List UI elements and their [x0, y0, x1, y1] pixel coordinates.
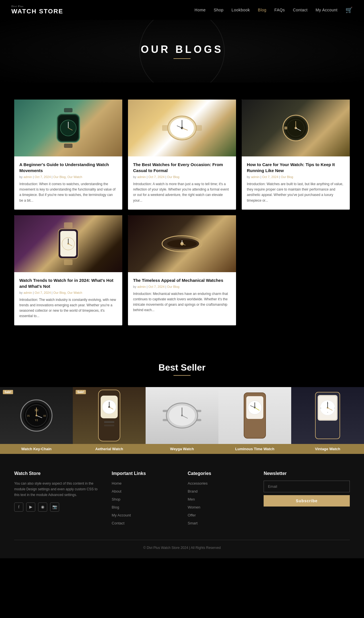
watch-drawing-2	[128, 100, 236, 156]
blog-card-4-body: Watch Trends to Watch for in 2024: What'…	[14, 272, 122, 325]
watch-drawing-3	[242, 100, 350, 156]
footer-cat-smart-anchor[interactable]: Smart	[188, 521, 198, 525]
footer-cat-brand[interactable]: Brand	[188, 489, 252, 494]
newsletter-subscribe-button[interactable]: Subscribe	[264, 495, 350, 507]
footer-cat-offer-anchor[interactable]: Offer	[188, 513, 196, 517]
nav-link-lookbook[interactable]: Lookbook	[231, 8, 250, 12]
footer-link-myaccount[interactable]: My Account	[112, 512, 176, 518]
watch-svg-3	[279, 111, 313, 145]
blog-card-3-body: How to Care for Your Watch: Tips to Keep…	[242, 156, 350, 210]
nav-link-shop[interactable]: Shop	[214, 8, 224, 12]
nav-item-lookbook[interactable]: Lookbook	[231, 7, 250, 13]
footer-link-contact-anchor[interactable]: Contact	[112, 521, 125, 525]
blog-card-2[interactable]: The Best Watches for Every Occasion: Fro…	[128, 100, 236, 210]
watch-drawing-5	[128, 215, 236, 272]
footer-newsletter-title: Newsletter	[264, 471, 350, 476]
footer-cat-offer[interactable]: Offer	[188, 512, 252, 518]
svg-rect-1	[64, 144, 73, 148]
newsletter-email-input[interactable]	[264, 481, 350, 492]
bestseller-label-5: Vintage Watch	[291, 444, 364, 454]
nav-menu: Home Shop Lookbook Blog FAQs Contact My …	[195, 7, 353, 13]
footer-link-contact[interactable]: Contact	[112, 520, 176, 526]
logo-prefix: Divi Plus	[11, 5, 63, 8]
bestseller-title: Best Seller	[0, 362, 364, 373]
cart-button[interactable]: 🛒	[346, 7, 353, 13]
blog-card-1-body: A Beginner's Guide to Understanding Watc…	[14, 156, 122, 210]
footer-links-col: Important Links Home About Shop Blog My …	[112, 471, 176, 528]
svg-rect-52	[104, 421, 114, 423]
social-whatsapp-icon[interactable]: ◉	[38, 503, 47, 512]
logo-text: WATCH STORE	[11, 8, 63, 15]
footer-cat-men-anchor[interactable]: Men	[188, 497, 195, 501]
footer-cat-accessories[interactable]: Accessories	[188, 481, 252, 486]
footer-link-blog-anchor[interactable]: Blog	[112, 505, 119, 509]
bestseller-grid: Sale! XII VI IX III Watch Key-Chain S	[0, 387, 364, 454]
blog-card-1-title: A Beginner's Guide to Understanding Watc…	[19, 162, 117, 173]
hero-title: OUR BLOGS	[141, 44, 223, 55]
nav-item-blog[interactable]: Blog	[258, 7, 266, 13]
nav-link-myaccount[interactable]: My Account	[316, 8, 338, 12]
footer-cat-brand-anchor[interactable]: Brand	[188, 489, 198, 493]
svg-text:6: 6	[327, 412, 328, 413]
blog-card-5-date: Oct 7, 2024	[148, 285, 165, 288]
watch-svg-5	[158, 232, 206, 255]
footer-link-about[interactable]: About	[112, 489, 176, 494]
blog-card-4[interactable]: Watch Trends to Watch for in 2024: What'…	[14, 215, 122, 325]
bestseller-item-2[interactable]: Sale! Aetherial Watch	[73, 387, 146, 454]
blog-card-5[interactable]: The Timeless Appeal of Mechanical Watche…	[128, 215, 236, 325]
nav-link-blog[interactable]: Blog	[258, 8, 266, 12]
blog-card-1[interactable]: A Beginner's Guide to Understanding Watc…	[14, 100, 122, 210]
bestseller-label-2: Aetherial Watch	[73, 444, 146, 454]
nav-item-myaccount[interactable]: My Account	[316, 7, 338, 13]
nav-item-contact[interactable]: Contact	[293, 7, 308, 13]
footer-link-about-anchor[interactable]: About	[112, 489, 121, 493]
nav-item-shop[interactable]: Shop	[214, 7, 224, 13]
footer-brand-col: Watch Store You can also style every asp…	[14, 471, 100, 528]
hero-divider	[173, 58, 191, 59]
bestseller-item-5[interactable]: 12 6 9 3 Vintage Watch	[291, 387, 364, 454]
bestseller-img-4	[218, 387, 291, 444]
blog-card-3-date: Oct 7, 2024	[262, 175, 278, 179]
footer-cat-men[interactable]: Men	[188, 497, 252, 502]
footer-link-blog[interactable]: Blog	[112, 505, 176, 510]
blog-card-2-author: admin	[137, 175, 146, 179]
blog-card-1-date: Oct 7, 2024	[35, 175, 51, 179]
bestseller-label-4: Luminous Time Watch	[218, 444, 291, 454]
blog-card-3-author: admin	[251, 175, 260, 179]
nav-item-faqs[interactable]: FAQs	[274, 7, 285, 13]
bs-watch-svg-2	[73, 387, 146, 444]
blog-card-4-title: Watch Trends to Watch for in 2024: What'…	[19, 277, 117, 289]
blog-card-2-category: Our Blog	[167, 175, 179, 179]
footer-cat-women-anchor[interactable]: Women	[188, 505, 200, 509]
footer-cat-accessories-anchor[interactable]: Accessories	[188, 481, 208, 485]
bs-watch-svg-4	[218, 387, 291, 444]
footer-link-shop-anchor[interactable]: Shop	[112, 497, 120, 501]
social-facebook-icon[interactable]: f	[14, 503, 23, 512]
svg-text:12: 12	[327, 403, 328, 404]
blog-card-4-date: Oct 7, 2024	[35, 291, 51, 294]
footer-link-myaccount-anchor[interactable]: My Account	[112, 513, 131, 517]
bestseller-item-4[interactable]: Luminous Time Watch	[218, 387, 291, 454]
site-logo[interactable]: Divi Plus WATCH STORE	[11, 5, 63, 15]
footer-cat-women[interactable]: Women	[188, 505, 252, 510]
bestseller-item-1[interactable]: Sale! XII VI IX III Watch Key-Chain	[0, 387, 73, 454]
footer-link-shop[interactable]: Shop	[112, 497, 176, 502]
footer-link-home-anchor[interactable]: Home	[112, 481, 122, 485]
nav-item-home[interactable]: Home	[195, 7, 206, 13]
nav-link-home[interactable]: Home	[195, 8, 206, 12]
footer-link-home[interactable]: Home	[112, 481, 176, 486]
footer-brand-title: Watch Store	[14, 471, 100, 476]
svg-text:III: III	[44, 414, 46, 417]
nav-link-contact[interactable]: Contact	[293, 8, 308, 12]
nav-link-faqs[interactable]: FAQs	[274, 8, 285, 12]
footer-links-list: Home About Shop Blog My Account Contact	[112, 481, 176, 526]
social-youtube-icon[interactable]: ▶	[26, 503, 35, 512]
bestseller-img-2: Sale!	[73, 387, 146, 444]
bestseller-item-3[interactable]: Weyga Watch	[146, 387, 218, 454]
svg-rect-0	[64, 108, 73, 112]
blog-card-3[interactable]: How to Care for Your Watch: Tips to Keep…	[242, 100, 350, 210]
cart-icon[interactable]: 🛒	[346, 7, 353, 13]
bestseller-section: Best Seller Sale! XII VI IX III Watc	[0, 342, 364, 454]
footer-cat-smart[interactable]: Smart	[188, 520, 252, 526]
social-instagram-icon[interactable]: 📷	[50, 503, 59, 512]
